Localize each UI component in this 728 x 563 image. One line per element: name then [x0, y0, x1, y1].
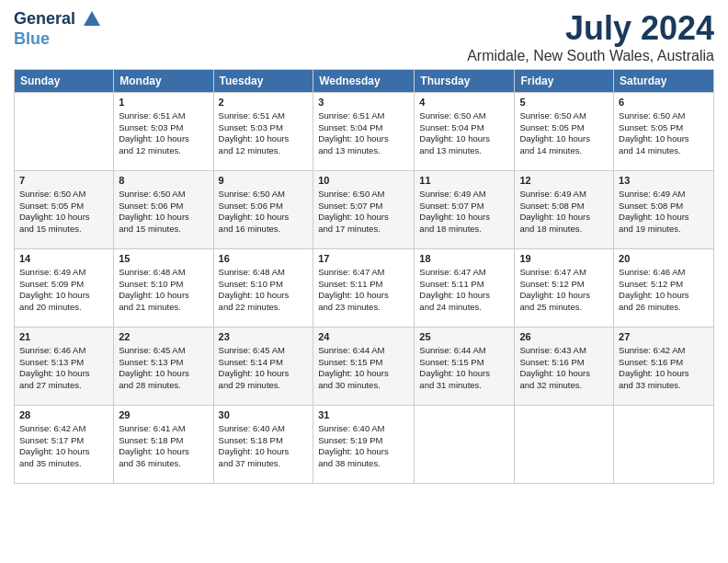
- day-number: 17: [318, 252, 409, 266]
- cell-text: Sunset: 5:15 PM: [419, 357, 509, 369]
- calendar-cell: 17Sunrise: 6:47 AMSunset: 5:11 PMDayligh…: [313, 249, 415, 327]
- cell-text: Daylight: 10 hours: [318, 290, 409, 302]
- day-number: 9: [219, 174, 309, 188]
- cell-text: Daylight: 10 hours: [419, 133, 509, 145]
- cell-text: Sunrise: 6:49 AM: [19, 267, 108, 279]
- cell-text: and 32 minutes.: [519, 380, 609, 392]
- calendar-cell: 15Sunrise: 6:48 AMSunset: 5:10 PMDayligh…: [114, 249, 213, 327]
- cell-text: and 27 minutes.: [19, 380, 108, 392]
- calendar-cell: [515, 406, 614, 484]
- cell-text: Sunset: 5:16 PM: [519, 357, 609, 369]
- calendar-cell: 6Sunrise: 6:50 AMSunset: 5:05 PMDaylight…: [614, 93, 714, 171]
- cell-text: Sunrise: 6:42 AM: [619, 345, 709, 357]
- cell-text: Daylight: 10 hours: [318, 133, 409, 145]
- day-number: 11: [419, 174, 509, 188]
- cell-text: Sunrise: 6:51 AM: [219, 110, 309, 122]
- day-number: 1: [119, 96, 208, 109]
- day-number: 19: [519, 252, 609, 266]
- page-container: General Blue July 2024 Armidale, New Sou…: [0, 0, 728, 493]
- cell-text: Sunset: 5:06 PM: [119, 201, 208, 213]
- cell-text: Sunset: 5:13 PM: [19, 357, 108, 369]
- cell-text: Sunrise: 6:48 AM: [119, 267, 208, 279]
- location-title: Armidale, New South Wales, Australia: [467, 48, 714, 64]
- cell-text: and 37 minutes.: [219, 458, 309, 470]
- calendar-cell: 21Sunrise: 6:46 AMSunset: 5:13 PMDayligh…: [15, 327, 114, 406]
- cell-text: and 33 minutes.: [619, 380, 709, 392]
- cell-text: Sunset: 5:16 PM: [619, 357, 709, 369]
- cell-text: Sunrise: 6:50 AM: [419, 110, 509, 122]
- cell-text: and 24 minutes.: [419, 302, 509, 314]
- cell-text: and 12 minutes.: [119, 145, 208, 157]
- cell-text: Sunrise: 6:47 AM: [519, 267, 609, 279]
- calendar-cell: 22Sunrise: 6:45 AMSunset: 5:13 PMDayligh…: [114, 327, 213, 406]
- cell-text: and 36 minutes.: [119, 458, 208, 470]
- calendar-cell: 20Sunrise: 6:46 AMSunset: 5:12 PMDayligh…: [614, 249, 714, 327]
- cell-text: Daylight: 10 hours: [219, 290, 309, 302]
- cell-text: Sunrise: 6:44 AM: [318, 345, 409, 357]
- calendar-cell: 11Sunrise: 6:49 AMSunset: 5:07 PMDayligh…: [415, 171, 515, 249]
- cell-text: Sunset: 5:12 PM: [519, 279, 609, 291]
- calendar-week-row: 14Sunrise: 6:49 AMSunset: 5:09 PMDayligh…: [15, 249, 714, 327]
- cell-text: Sunset: 5:07 PM: [419, 201, 509, 213]
- cell-text: Daylight: 10 hours: [619, 133, 709, 145]
- cell-text: and 22 minutes.: [219, 302, 309, 314]
- day-number: 15: [119, 252, 208, 266]
- calendar-week-row: 21Sunrise: 6:46 AMSunset: 5:13 PMDayligh…: [15, 327, 714, 406]
- cell-text: Sunset: 5:19 PM: [318, 435, 409, 447]
- logo-icon: [82, 9, 102, 29]
- calendar-cell: 13Sunrise: 6:49 AMSunset: 5:08 PMDayligh…: [614, 171, 714, 249]
- cell-text: Sunrise: 6:50 AM: [19, 189, 108, 201]
- cell-text: Sunset: 5:10 PM: [119, 279, 208, 291]
- calendar-cell: 2Sunrise: 6:51 AMSunset: 5:03 PMDaylight…: [213, 93, 313, 171]
- cell-text: Daylight: 10 hours: [619, 368, 709, 380]
- cell-text: Sunrise: 6:41 AM: [119, 423, 208, 435]
- calendar-body: 1Sunrise: 6:51 AMSunset: 5:03 PMDaylight…: [15, 93, 714, 484]
- calendar-cell: 24Sunrise: 6:44 AMSunset: 5:15 PMDayligh…: [313, 327, 415, 406]
- calendar-week-row: 28Sunrise: 6:42 AMSunset: 5:17 PMDayligh…: [15, 406, 714, 484]
- calendar-cell: 4Sunrise: 6:50 AMSunset: 5:04 PMDaylight…: [415, 93, 515, 171]
- cell-text: Sunset: 5:04 PM: [419, 122, 509, 134]
- cell-text: Sunset: 5:17 PM: [19, 435, 108, 447]
- cell-text: and 25 minutes.: [519, 302, 609, 314]
- calendar-header-cell: Friday: [515, 70, 614, 93]
- day-number: 21: [19, 330, 108, 344]
- calendar-cell: 31Sunrise: 6:40 AMSunset: 5:19 PMDayligh…: [313, 406, 415, 484]
- header: General Blue July 2024 Armidale, New Sou…: [14, 9, 714, 64]
- calendar-cell: [15, 93, 114, 171]
- day-number: 3: [318, 96, 409, 109]
- calendar-header-cell: Wednesday: [313, 70, 415, 93]
- cell-text: and 15 minutes.: [19, 224, 108, 236]
- cell-text: Sunset: 5:04 PM: [318, 122, 409, 134]
- cell-text: and 17 minutes.: [318, 224, 409, 236]
- cell-text: Sunset: 5:09 PM: [19, 279, 108, 291]
- cell-text: Daylight: 10 hours: [318, 212, 409, 224]
- cell-text: Daylight: 10 hours: [519, 368, 609, 380]
- day-number: 31: [318, 408, 409, 422]
- cell-text: Daylight: 10 hours: [519, 290, 609, 302]
- day-number: 7: [19, 174, 108, 188]
- calendar-cell: 19Sunrise: 6:47 AMSunset: 5:12 PMDayligh…: [515, 249, 614, 327]
- cell-text: and 35 minutes.: [19, 458, 108, 470]
- logo-general: General: [14, 9, 75, 28]
- day-number: 2: [219, 96, 309, 109]
- day-number: 8: [119, 174, 208, 188]
- cell-text: Sunrise: 6:40 AM: [318, 423, 409, 435]
- day-number: 30: [219, 408, 309, 422]
- cell-text: Daylight: 10 hours: [419, 290, 509, 302]
- cell-text: Sunrise: 6:49 AM: [419, 189, 509, 201]
- calendar-header-row: SundayMondayTuesdayWednesdayThursdayFrid…: [15, 70, 714, 93]
- cell-text: and 30 minutes.: [318, 380, 409, 392]
- cell-text: and 15 minutes.: [119, 224, 208, 236]
- day-number: 13: [619, 174, 709, 188]
- cell-text: Sunrise: 6:44 AM: [419, 345, 509, 357]
- cell-text: and 28 minutes.: [119, 380, 208, 392]
- calendar-header-cell: Tuesday: [213, 70, 313, 93]
- day-number: 28: [19, 408, 108, 422]
- cell-text: Daylight: 10 hours: [119, 133, 208, 145]
- cell-text: Daylight: 10 hours: [219, 133, 309, 145]
- cell-text: Sunrise: 6:50 AM: [119, 189, 208, 201]
- cell-text: Sunset: 5:10 PM: [219, 279, 309, 291]
- cell-text: and 13 minutes.: [419, 145, 509, 157]
- cell-text: Sunset: 5:08 PM: [519, 201, 609, 213]
- cell-text: and 16 minutes.: [219, 224, 309, 236]
